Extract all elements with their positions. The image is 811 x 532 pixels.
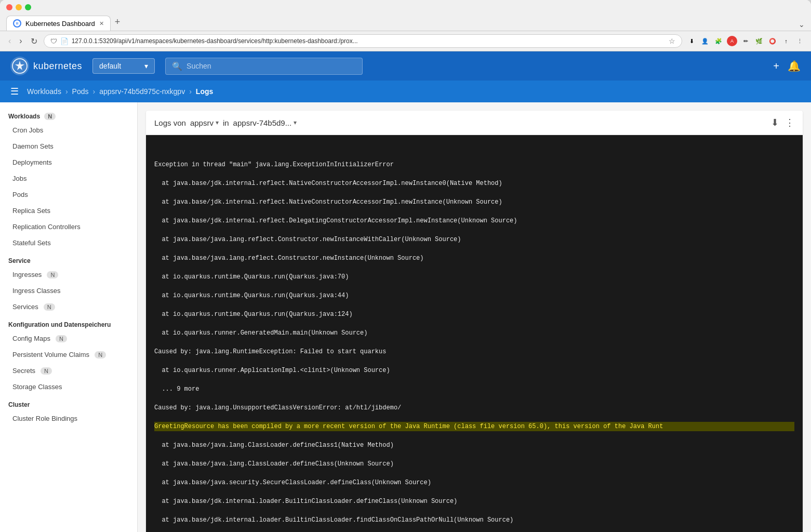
address-bar[interactable]: 🛡 📄 127.0.0.1:53209/api/v1/namespaces/ku… (44, 34, 682, 48)
tab-title: Kubernetes Dashboard (25, 20, 95, 28)
stateful-sets-label: Stateful Sets (12, 239, 51, 247)
sidebar-section-service: Service (0, 251, 137, 267)
browser-tab[interactable]: Kubernetes Dashboard ✕ (6, 16, 111, 31)
sidebar-section-cluster: Cluster (0, 395, 137, 410)
replication-controllers-label: Replication Controllers (12, 223, 81, 231)
service-label: Service (8, 257, 31, 264)
container-name: appsrv (190, 118, 214, 127)
namespace-value: default (99, 62, 121, 70)
sidebar-section-config: Konfiguration und Datenspeicheru (0, 315, 137, 330)
replica-sets-label: Replica Sets (12, 207, 50, 215)
services-badge: N (44, 303, 55, 311)
ingresses-badge: N (47, 271, 58, 278)
search-input[interactable] (187, 62, 356, 70)
breadcrumb-sep-2: › (92, 87, 95, 96)
breadcrumb-current: Logs (196, 87, 213, 96)
refresh-button[interactable]: ↻ (29, 35, 39, 47)
breadcrumb: ☰ Workloads › Pods › appsrv-74b5d975c-nx… (0, 81, 811, 102)
workloads-label: Workloads (8, 113, 40, 120)
pod-dropdown-arrow-icon: ▾ (294, 119, 297, 126)
maximize-button[interactable] (25, 4, 31, 10)
pvc-label: Persistent Volume Claims (12, 351, 89, 358)
services-label: Services (12, 303, 38, 311)
content-area: Logs von appsrv ▾ in appsrv-74b5d9... ▾ … (138, 102, 811, 532)
ingress-classes-label: Ingress Classes (12, 287, 60, 295)
close-button[interactable] (6, 4, 12, 10)
back-button[interactable]: ‹ (6, 35, 13, 47)
config-maps-badge: N (56, 335, 67, 342)
container-selector[interactable]: appsrv ▾ (188, 118, 219, 127)
terminal-output: Exception in thread "main" java.lang.Exc… (146, 135, 803, 532)
tab-favicon (13, 19, 21, 28)
search-icon: 🔍 (172, 61, 182, 71)
hamburger-menu[interactable]: ☰ (10, 86, 19, 97)
cron-jobs-label: Cron Jobs (12, 126, 43, 134)
sidebar-item-stateful-sets[interactable]: Stateful Sets (0, 235, 137, 251)
sidebar-item-cluster-role-bindings[interactable]: Cluster Role Bindings (0, 410, 137, 427)
namespace-selector[interactable]: default ▾ (92, 58, 155, 74)
ext-circle-icon[interactable]: ⭕ (767, 36, 778, 46)
sidebar-item-storage-classes[interactable]: Storage Classes (0, 379, 137, 395)
breadcrumb-workloads[interactable]: Workloads (27, 87, 61, 96)
sidebar-item-ingresses[interactable]: Ingresses N (0, 267, 137, 283)
config-maps-label: Config Maps (12, 335, 50, 342)
security-icon: 🛡 (50, 37, 57, 45)
search-bar[interactable]: 🔍 (165, 58, 363, 75)
logs-actions: ⬇ ⋮ (771, 117, 794, 128)
pod-selector[interactable]: appsrv-74b5d9... ▾ (233, 118, 297, 127)
extension-icon[interactable]: 🧩 (713, 36, 724, 46)
logs-title: Logs von appsrv ▾ in appsrv-74b5d9... ▾ (154, 118, 297, 127)
new-tab-button[interactable]: + (111, 15, 125, 30)
storage-classes-label: Storage Classes (12, 383, 62, 391)
config-label: Konfiguration und Datenspeicheru (8, 321, 111, 328)
secrets-badge: N (41, 367, 52, 375)
dropdown-arrow-icon: ▾ (144, 62, 148, 70)
sidebar-item-pods[interactable]: Pods (0, 187, 137, 203)
logs-panel: Logs von appsrv ▾ in appsrv-74b5d9... ▾ … (146, 111, 803, 532)
download-icon[interactable]: ⬇ (686, 36, 697, 46)
download-logs-button[interactable]: ⬇ (771, 117, 779, 128)
ext-leaf-icon[interactable]: 🌿 (754, 36, 764, 46)
app-header: kubernetes default ▾ 🔍 + 🔔 (0, 51, 811, 81)
bookmark-icon[interactable]: ☆ (669, 37, 675, 45)
sidebar-item-replication-controllers[interactable]: Replication Controllers (0, 219, 137, 235)
sidebar-item-config-maps[interactable]: Config Maps N (0, 330, 137, 347)
logs-header: Logs von appsrv ▾ in appsrv-74b5d9... ▾ … (146, 111, 803, 135)
sidebar-item-pvc[interactable]: Persistent Volume Claims N (0, 347, 137, 363)
sidebar-item-daemon-sets[interactable]: Daemon Sets (0, 138, 137, 154)
add-button[interactable]: + (773, 60, 779, 72)
tab-close-button[interactable]: ✕ (99, 20, 104, 27)
sidebar-item-cron-jobs[interactable]: Cron Jobs (0, 122, 137, 138)
cluster-role-bindings-label: Cluster Role Bindings (12, 415, 77, 422)
forward-button[interactable]: › (17, 35, 24, 47)
sidebar-item-ingress-classes[interactable]: Ingress Classes (0, 283, 137, 299)
sidebar-item-jobs[interactable]: Jobs (0, 170, 137, 187)
ingresses-label: Ingresses (12, 271, 42, 278)
pod-name: appsrv-74b5d9... (233, 118, 292, 127)
logs-title-prefix: Logs von (154, 118, 186, 127)
sidebar-item-services[interactable]: Services N (0, 299, 137, 315)
breadcrumb-pod-name[interactable]: appsrv-74b5d975c-nxkgpv (99, 87, 185, 96)
ext-share-icon[interactable]: ↑ (781, 36, 791, 46)
sidebar-section-workloads: Workloads N (0, 107, 137, 122)
sidebar-item-deployments[interactable]: Deployments (0, 154, 137, 170)
minimize-button[interactable] (16, 4, 22, 10)
breadcrumb-sep-3: › (189, 87, 192, 96)
browser-toolbar-icons: ⬇ 👤 🧩 A ✏ 🌿 ⭕ ↑ ⋮ (686, 36, 805, 46)
deployments-label: Deployments (12, 158, 52, 166)
breadcrumb-pods[interactable]: Pods (72, 87, 89, 96)
sidebar-item-secrets[interactable]: Secrets N (0, 363, 137, 379)
more-options-button[interactable]: ⋮ (785, 117, 794, 128)
in-label: in (223, 118, 229, 127)
ext-red-icon[interactable]: A (727, 36, 737, 46)
sidebar-item-replica-sets[interactable]: Replica Sets (0, 203, 137, 219)
pods-label: Pods (12, 191, 28, 198)
profile-icon[interactable]: 👤 (700, 36, 710, 46)
pvc-badge: N (95, 351, 106, 358)
notifications-button[interactable]: 🔔 (788, 60, 801, 72)
menu-icon[interactable]: ⋮ (794, 36, 805, 46)
ext-pencil-icon[interactable]: ✏ (740, 36, 751, 46)
header-actions: + 🔔 (773, 60, 801, 72)
container-dropdown-arrow-icon: ▾ (216, 119, 219, 126)
app-logo: kubernetes (10, 57, 82, 75)
